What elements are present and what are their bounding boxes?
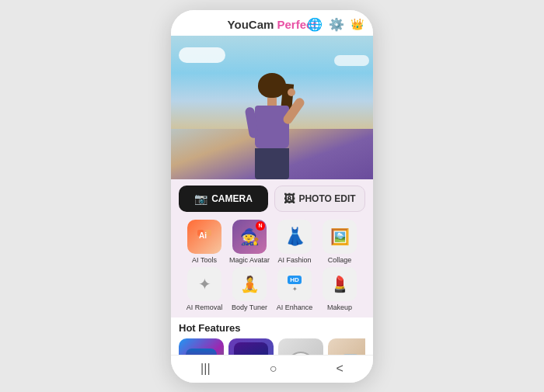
hot-feature-card-1[interactable]: [179, 338, 224, 355]
hot-feature-card-2[interactable]: [228, 338, 274, 355]
figure-torso: [255, 106, 289, 148]
logo-you: You: [228, 18, 249, 31]
home-icon[interactable]: ○: [270, 362, 277, 376]
gear-icon[interactable]: ⚙️: [329, 17, 344, 32]
header-icons: 🌐 ⚙️ 👑: [307, 17, 364, 32]
ai-removal-icon-box: ✦: [187, 267, 221, 301]
collage-label: Collage: [328, 256, 352, 264]
feature-collage[interactable]: 🖼️ Collage: [319, 220, 360, 264]
hero-image: [171, 36, 373, 179]
menu-icon[interactable]: |||: [201, 362, 210, 376]
ai-tools-icon-box: Ai: [187, 220, 221, 254]
hot-feature-card-3[interactable]: [278, 338, 323, 355]
makeup-label: Makeup: [327, 304, 352, 311]
feature-row-1: Ai AI Tools 🧙 N Magic Avatar: [179, 220, 365, 264]
feature-makeup[interactable]: 💄 Makeup: [319, 267, 360, 311]
feature-row-2: ✦ AI Removal 🧘 Body Tuner HD ✦: [179, 267, 365, 311]
photo-edit-label: PHOTO EDIT: [298, 193, 355, 204]
collage-icon-box: 🖼️: [323, 220, 357, 254]
hfc4-image: [343, 354, 358, 355]
ai-removal-label: AI Removal: [187, 304, 223, 311]
camera-label: CAMERA: [211, 193, 253, 204]
ai-tools-label: AI Tools: [192, 256, 217, 264]
feature-ai-tools[interactable]: Ai AI Tools: [184, 220, 225, 264]
feature-ai-enhance[interactable]: HD ✦ AI Enhance: [274, 267, 315, 311]
hd-badge: HD: [288, 276, 302, 284]
photo-edit-icon: 🖼: [284, 193, 295, 205]
hot-feature-card-4[interactable]: [328, 338, 365, 355]
magic-avatar-label: Magic Avatar: [229, 256, 270, 264]
hfc2-image: [234, 342, 268, 355]
feature-ai-fashion[interactable]: 👗 AI Fashion: [274, 220, 315, 264]
globe-icon[interactable]: 🌐: [307, 17, 323, 32]
page-wrapper: YouCam Perfect 🌐 ⚙️ 👑: [0, 0, 544, 392]
hfc1-image: [186, 349, 217, 355]
body-tuner-icon-box: 🧘: [232, 267, 267, 301]
figure-head: [261, 76, 283, 98]
ai-fashion-icon-box: 👗: [277, 220, 312, 254]
main-content: 📷 CAMERA 🖼 PHOTO EDIT: [171, 36, 373, 355]
crown-icon[interactable]: 👑: [350, 18, 364, 30]
app-logo: YouCam Perfect: [228, 18, 317, 31]
hot-features-scroll: [179, 338, 365, 355]
photo-edit-button[interactable]: 🖼 PHOTO EDIT: [274, 186, 365, 212]
feature-magic-avatar[interactable]: 🧙 N Magic Avatar: [229, 220, 270, 264]
logo-cam: Cam: [249, 18, 274, 31]
cloud-1: [179, 47, 225, 63]
phone-frame: YouCam Perfect 🌐 ⚙️ 👑: [171, 10, 373, 383]
figure-hand-right: [288, 88, 295, 96]
cloud-2: [334, 55, 369, 66]
bottom-nav: ||| ○ <: [171, 355, 373, 383]
ai-fashion-label: AI Fashion: [277, 256, 311, 264]
magic-avatar-icon-box: 🧙 N: [232, 220, 267, 254]
makeup-icon-box: 💄: [323, 267, 357, 301]
hot-features-section: Hot Features: [171, 317, 373, 355]
ai-enhance-label: AI Enhance: [277, 304, 313, 311]
feature-ai-removal[interactable]: ✦ AI Removal: [184, 267, 225, 311]
camera-icon: 📷: [194, 193, 207, 205]
feature-body-tuner[interactable]: 🧘 Body Tuner: [229, 267, 270, 311]
new-badge: N: [256, 221, 265, 231]
hot-features-title: Hot Features: [179, 322, 365, 334]
figure-pants: [255, 148, 289, 179]
back-icon[interactable]: <: [337, 362, 343, 376]
body-tuner-label: Body Tuner: [232, 304, 267, 311]
figure-neck: [267, 98, 277, 106]
action-buttons: 📷 CAMERA 🖼 PHOTO EDIT: [171, 179, 373, 217]
clock-face: [287, 352, 315, 355]
figure-arm-left: [245, 106, 260, 138]
header: YouCam Perfect 🌐 ⚙️ 👑: [171, 10, 373, 36]
ai-enhance-icon-box: HD ✦: [277, 267, 312, 301]
camera-button[interactable]: 📷 CAMERA: [179, 186, 268, 212]
hero-figure: [255, 76, 289, 179]
feature-grid: Ai AI Tools 🧙 N Magic Avatar: [171, 217, 373, 317]
svg-text:Ai: Ai: [199, 231, 207, 240]
